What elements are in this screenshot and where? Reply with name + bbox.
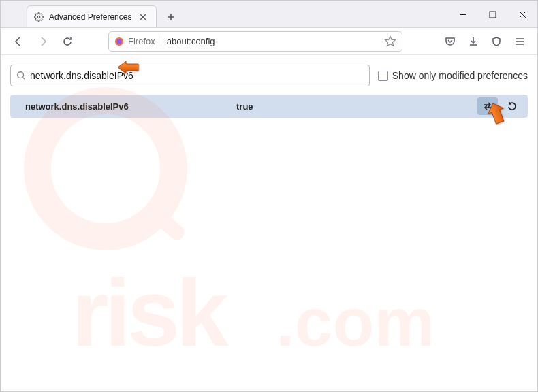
pocket-icon (445, 36, 456, 47)
reset-button[interactable] (502, 97, 522, 115)
maximize-icon (489, 11, 496, 18)
downloads-button[interactable] (462, 31, 484, 52)
hamburger-icon (514, 36, 525, 47)
svg-text:.com: .com (276, 284, 434, 360)
pocket-button[interactable] (439, 31, 461, 52)
content-area: risk .com Show only modified preferences… (1, 55, 537, 391)
minimize-icon (459, 11, 466, 18)
address-text: about:config (161, 36, 384, 46)
svg-point-8 (18, 72, 24, 78)
svg-rect-5 (146, 205, 187, 242)
new-tab-button[interactable] (161, 7, 181, 27)
window-controls (447, 1, 537, 27)
svg-rect-1 (490, 12, 496, 18)
close-icon (519, 11, 526, 18)
config-search-box[interactable] (10, 65, 370, 86)
svg-point-0 (37, 16, 40, 18)
browser-window: Advanced Preferences (0, 0, 538, 392)
close-window-button[interactable] (507, 1, 537, 28)
title-bar: Advanced Preferences (1, 1, 537, 28)
firefox-icon (114, 37, 124, 46)
bookmark-star-icon[interactable] (384, 35, 396, 48)
gear-icon (34, 12, 44, 22)
svg-text:risk: risk (72, 259, 229, 366)
tab-title: Advanced Preferences (49, 12, 131, 22)
download-icon (468, 36, 479, 47)
reset-icon (507, 101, 518, 112)
reload-button[interactable] (57, 31, 78, 52)
maximize-button[interactable] (477, 1, 507, 28)
pref-value: true (236, 101, 477, 112)
tab-advanced-preferences[interactable]: Advanced Preferences (27, 5, 157, 27)
show-modified-row[interactable]: Show only modified preferences (378, 70, 528, 81)
forward-button[interactable] (32, 31, 54, 52)
back-button[interactable] (7, 31, 29, 52)
shield-icon (491, 36, 502, 47)
show-modified-label: Show only modified preferences (392, 70, 528, 81)
pref-row[interactable]: network.dns.disableIPv6 true (10, 95, 528, 118)
search-icon (16, 71, 26, 80)
toggle-button[interactable] (477, 97, 498, 115)
protections-button[interactable] (486, 31, 507, 52)
nav-toolbar: Firefox about:config (1, 28, 537, 55)
pref-actions (477, 97, 522, 115)
close-icon (140, 14, 146, 20)
toggle-arrows-icon (482, 101, 493, 112)
tab-close-button[interactable] (137, 11, 149, 23)
toolbar-right (439, 31, 531, 52)
config-search-row: Show only modified preferences (10, 65, 528, 86)
url-bar[interactable]: Firefox about:config (108, 31, 402, 52)
arrow-left-icon (13, 36, 24, 47)
arrow-right-icon (37, 36, 48, 47)
minimize-button[interactable] (447, 1, 477, 28)
identity-label: Firefox (128, 36, 161, 46)
svg-point-3 (116, 39, 121, 44)
config-search-input[interactable] (30, 70, 364, 81)
reload-icon (62, 36, 73, 47)
pref-name: network.dns.disableIPv6 (25, 101, 236, 112)
plus-icon (167, 13, 175, 21)
app-menu-button[interactable] (509, 31, 531, 52)
svg-point-4 (37, 101, 174, 237)
show-modified-checkbox[interactable] (378, 71, 388, 81)
tab-strip-leading (1, 1, 27, 27)
